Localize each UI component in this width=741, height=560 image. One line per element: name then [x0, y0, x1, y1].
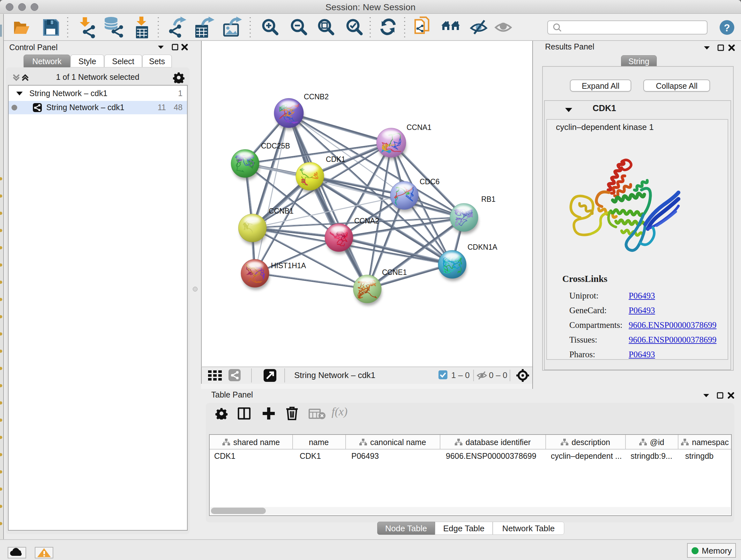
svg-text:CDK1: CDK1	[326, 155, 345, 164]
svg-text:RB1: RB1	[481, 195, 495, 203]
svg-text:?: ?	[724, 22, 730, 34]
svg-text:1 – 0: 1 – 0	[451, 370, 470, 380]
svg-text:0 – 0: 0 – 0	[489, 370, 508, 380]
svg-text:HIST1H1A: HIST1H1A	[271, 261, 307, 270]
svg-text:CCNB1: CCNB1	[269, 207, 293, 215]
svg-text:CCNE1: CCNE1	[382, 268, 407, 276]
svg-text:CCNB2: CCNB2	[304, 92, 329, 101]
svg-text:CDC25B: CDC25B	[261, 142, 290, 150]
svg-text:CDC6: CDC6	[420, 178, 440, 186]
svg-text:CCNA1: CCNA1	[407, 123, 431, 132]
svg-text:String Network – cdk1: String Network – cdk1	[294, 370, 375, 380]
svg-text:CDKN1A: CDKN1A	[468, 243, 497, 251]
svg-text:CCNA2: CCNA2	[354, 217, 379, 225]
